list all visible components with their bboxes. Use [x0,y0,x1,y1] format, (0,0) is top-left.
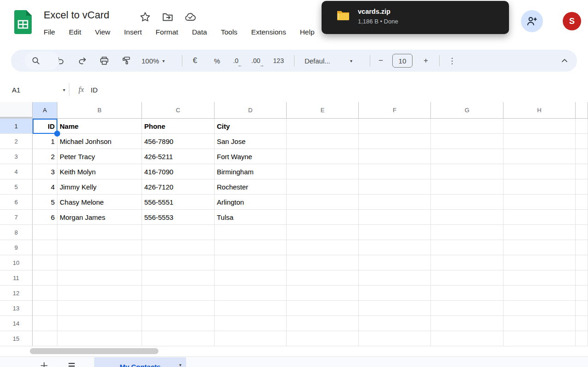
cell-B2[interactable]: Michael Jonhson [57,134,142,149]
cell-F4[interactable] [359,164,431,179]
cell-H10[interactable] [503,255,576,270]
menu-item-view[interactable]: View [95,26,110,38]
cell-C7[interactable]: 556-5553 [142,210,215,225]
horizontal-scrollbar-thumb[interactable] [30,348,158,354]
formula-input[interactable]: ID [91,86,98,94]
cell-A10[interactable] [33,255,57,270]
percent-format-button[interactable]: % [211,55,223,67]
star-icon[interactable] [139,11,151,23]
row-header-8[interactable]: 8 [0,225,33,240]
select-all-corner[interactable] [0,102,33,119]
cell-X7[interactable] [576,210,588,225]
cell-E3[interactable] [287,149,359,164]
redo-button[interactable] [76,55,88,67]
cell-X6[interactable] [576,195,588,210]
cell-G14[interactable] [431,316,503,331]
cell-A2[interactable]: 1 [33,134,57,149]
cell-D5[interactable]: Rochester [215,179,287,195]
row-header-14[interactable]: 14 [0,316,33,331]
cell-G15[interactable] [431,331,503,346]
cell-C15[interactable] [142,331,215,346]
cloud-saved-icon[interactable] [184,11,196,23]
cell-D10[interactable] [215,255,287,270]
cell-X4[interactable] [576,164,588,179]
font-select[interactable]: Defaul... ▾ [305,57,352,65]
cell-E1[interactable] [287,119,359,134]
account-avatar[interactable]: S [563,12,581,30]
cell-C11[interactable] [142,270,215,286]
row-header-13[interactable]: 13 [0,301,33,316]
cell-X12[interactable] [576,286,588,301]
cell-G1[interactable] [431,119,503,134]
menu-item-extensions[interactable]: Extensions [251,26,286,38]
cell-A5[interactable]: 4 [33,179,57,195]
cell-B1[interactable]: Name [57,119,142,134]
cell-G4[interactable] [431,164,503,179]
row-header-10[interactable]: 10 [0,255,33,270]
collapse-menus-button[interactable] [559,55,571,67]
column-header-a[interactable]: A [33,102,57,119]
row-header-6[interactable]: 6 [0,195,33,210]
cell-X15[interactable] [576,331,588,346]
row-header-15[interactable]: 15 [0,331,33,346]
cell-H6[interactable] [503,195,576,210]
cell-G11[interactable] [431,270,503,286]
paint-format-button[interactable] [120,55,132,67]
cell-H4[interactable] [503,164,576,179]
cell-X9[interactable] [576,240,588,255]
cell-B15[interactable] [57,331,142,346]
cell-C1[interactable]: Phone [142,119,215,134]
cell-D1[interactable]: City [215,119,287,134]
cell-A15[interactable] [33,331,57,346]
currency-format-button[interactable]: € [189,55,201,67]
cell-C8[interactable] [142,225,215,240]
row-header-9[interactable]: 9 [0,240,33,255]
row-header-12[interactable]: 12 [0,286,33,301]
cell-D15[interactable] [215,331,287,346]
column-header-g[interactable]: G [431,102,503,119]
cell-B11[interactable] [57,270,142,286]
cell-G7[interactable] [431,210,503,225]
cell-E15[interactable] [287,331,359,346]
more-formats-button[interactable]: 123 [273,57,284,64]
cell-B9[interactable] [57,240,142,255]
cell-B8[interactable] [57,225,142,240]
cell-A6[interactable]: 5 [33,195,57,210]
cell-B3[interactable]: Peter Tracy [57,149,142,164]
cell-C6[interactable]: 556-5551 [142,195,215,210]
cell-E8[interactable] [287,225,359,240]
download-toast[interactable]: vcards.zip 1,186 B • Done [322,1,509,34]
cell-E10[interactable] [287,255,359,270]
cell-A12[interactable] [33,286,57,301]
cell-D12[interactable] [215,286,287,301]
increase-decimal-button[interactable]: .00→ [251,57,260,64]
cell-X2[interactable] [576,134,588,149]
cell-X11[interactable] [576,270,588,286]
cell-E4[interactable] [287,164,359,179]
print-button[interactable] [98,55,110,67]
cell-E12[interactable] [287,286,359,301]
cell-C10[interactable] [142,255,215,270]
menu-item-tools[interactable]: Tools [221,26,237,38]
cell-H2[interactable] [503,134,576,149]
cell-C3[interactable]: 426-5211 [142,149,215,164]
cell-A14[interactable] [33,316,57,331]
cell-X1[interactable] [576,119,588,134]
cell-D9[interactable] [215,240,287,255]
cell-G9[interactable] [431,240,503,255]
cell-F5[interactable] [359,179,431,195]
add-sheet-button[interactable] [40,361,49,367]
cell-H12[interactable] [503,286,576,301]
column-header-partial[interactable] [576,102,588,119]
document-title[interactable]: Excel to vCard [44,9,109,21]
cell-X13[interactable] [576,301,588,316]
cell-D2[interactable]: San Jose [215,134,287,149]
cell-B10[interactable] [57,255,142,270]
cell-B7[interactable]: Morgan James [57,210,142,225]
font-size-input[interactable]: 10 [392,54,413,68]
cell-D4[interactable]: Birmingham [215,164,287,179]
name-box[interactable]: A1 ▾ [0,86,65,94]
menu-item-file[interactable]: File [44,26,55,38]
cell-D13[interactable] [215,301,287,316]
cell-G2[interactable] [431,134,503,149]
